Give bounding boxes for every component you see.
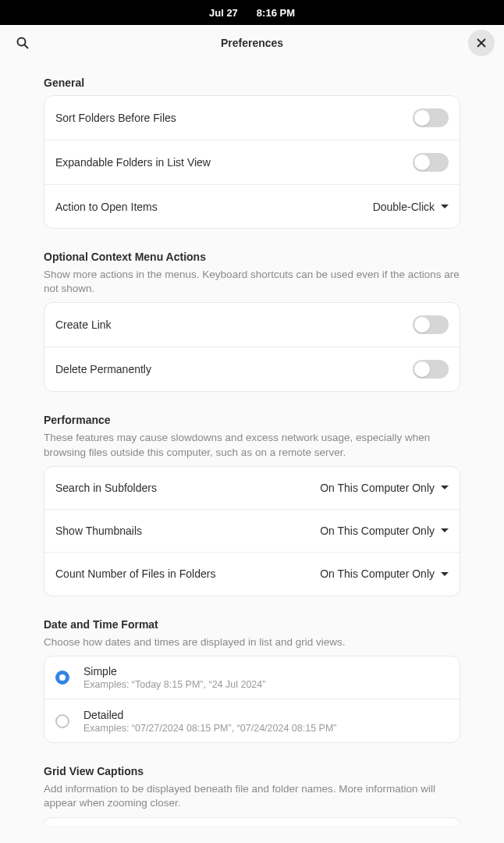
group-datetime: Date and Time Format Choose how dates an… (44, 618, 460, 743)
close-icon (477, 38, 486, 48)
list-performance: Search in Subfolders On This Computer On… (44, 466, 460, 596)
value-search-subfolders: On This Computer Only (320, 482, 435, 494)
label-count-files: Count Number of Files in Folders (55, 567, 320, 580)
system-topbar: Jul 27 8:16 PM (0, 0, 504, 25)
headerbar: Preferences (0, 25, 504, 61)
value-show-thumbnails: On This Computer Only (320, 525, 435, 537)
switch-delete-permanently[interactable] (413, 360, 449, 379)
group-title-grid: Grid View Captions (44, 765, 460, 777)
group-title-general: General (44, 76, 460, 89)
chevron-down-icon (441, 205, 449, 208)
chevron-down-icon (441, 486, 449, 489)
row-datetime-simple[interactable]: Simple Examples: “Today 8:15 PM”, “24 Ju… (44, 656, 460, 699)
row-action-open[interactable]: Action to Open Items Double-Click (44, 185, 460, 228)
switch-sort-folders[interactable] (413, 108, 449, 127)
switch-expandable-folders[interactable] (413, 153, 449, 172)
radio-content-detailed: Detailed Examples: “07/27/2024 08:15 PM”… (83, 709, 449, 734)
row-show-thumbnails[interactable]: Show Thumbnails On This Computer Only (44, 510, 460, 553)
label-show-thumbnails: Show Thumbnails (55, 525, 320, 537)
list-context: Create Link Delete Permanently (44, 302, 460, 392)
search-button[interactable] (9, 30, 36, 56)
label-action-open: Action to Open Items (55, 201, 373, 213)
sub-simple: Examples: “Today 8:15 PM”, “24 Jul 2024” (83, 679, 449, 690)
radio-content-simple: Simple Examples: “Today 8:15 PM”, “24 Ju… (83, 665, 449, 690)
topbar-date[interactable]: Jul 27 (209, 7, 238, 19)
label-sort-folders: Sort Folders Before Files (55, 112, 413, 124)
group-desc-grid: Add information to be displayed beneath … (44, 782, 460, 810)
label-delete-permanently: Delete Permanently (55, 363, 413, 375)
search-icon (16, 37, 29, 49)
list-general: Sort Folders Before Files Expandable Fol… (44, 95, 460, 229)
radio-simple[interactable] (55, 670, 69, 685)
chevron-down-icon (441, 528, 449, 532)
list-datetime: Simple Examples: “Today 8:15 PM”, “24 Ju… (44, 656, 460, 743)
value-count-files: On This Computer Only (320, 567, 435, 580)
group-title-context: Optional Context Menu Actions (44, 251, 460, 263)
preferences-window: Preferences General Sort Folders Before … (0, 25, 504, 843)
label-create-link: Create Link (55, 318, 413, 331)
row-search-subfolders[interactable]: Search in Subfolders On This Computer On… (44, 467, 460, 510)
group-title-datetime: Date and Time Format (44, 618, 460, 631)
row-datetime-detailed[interactable]: Detailed Examples: “07/27/2024 08:15 PM”… (44, 699, 460, 742)
label-expandable-folders: Expandable Folders in List View (55, 156, 413, 169)
row-count-files[interactable]: Count Number of Files in Folders On This… (44, 553, 460, 596)
group-performance: Performance These features may cause slo… (44, 414, 460, 596)
group-context-menu: Optional Context Menu Actions Show more … (44, 251, 460, 392)
radio-detailed[interactable] (55, 714, 69, 728)
group-grid-captions: Grid View Captions Add information to be… (44, 765, 460, 824)
row-expandable-folders[interactable]: Expandable Folders in List View (44, 140, 460, 185)
row-delete-permanently[interactable]: Delete Permanently (44, 347, 460, 391)
close-button[interactable] (468, 30, 495, 56)
svg-line-1 (25, 44, 29, 48)
preferences-content: General Sort Folders Before Files Expand… (0, 61, 504, 843)
group-desc-context: Show more actions in the menus. Keyboard… (44, 268, 460, 296)
label-search-subfolders: Search in Subfolders (55, 482, 320, 494)
chevron-down-icon (441, 572, 449, 576)
label-simple: Simple (83, 665, 449, 678)
group-title-performance: Performance (44, 414, 460, 426)
group-desc-datetime: Choose how dates and times are displayed… (44, 635, 460, 649)
switch-create-link[interactable] (413, 315, 449, 334)
list-grid-captions (44, 817, 460, 825)
row-create-link[interactable]: Create Link (44, 303, 460, 347)
group-general: General Sort Folders Before Files Expand… (44, 76, 460, 229)
value-action-open: Double-Click (373, 201, 435, 213)
row-sort-folders[interactable]: Sort Folders Before Files (44, 96, 460, 140)
label-detailed: Detailed (83, 709, 449, 721)
topbar-time[interactable]: 8:16 PM (257, 7, 295, 19)
group-desc-performance: These features may cause slowdowns and e… (44, 431, 460, 459)
sub-detailed: Examples: “07/27/2024 08:15 PM”, “07/24/… (83, 723, 449, 734)
svg-point-0 (18, 37, 26, 45)
window-title: Preferences (221, 37, 283, 49)
